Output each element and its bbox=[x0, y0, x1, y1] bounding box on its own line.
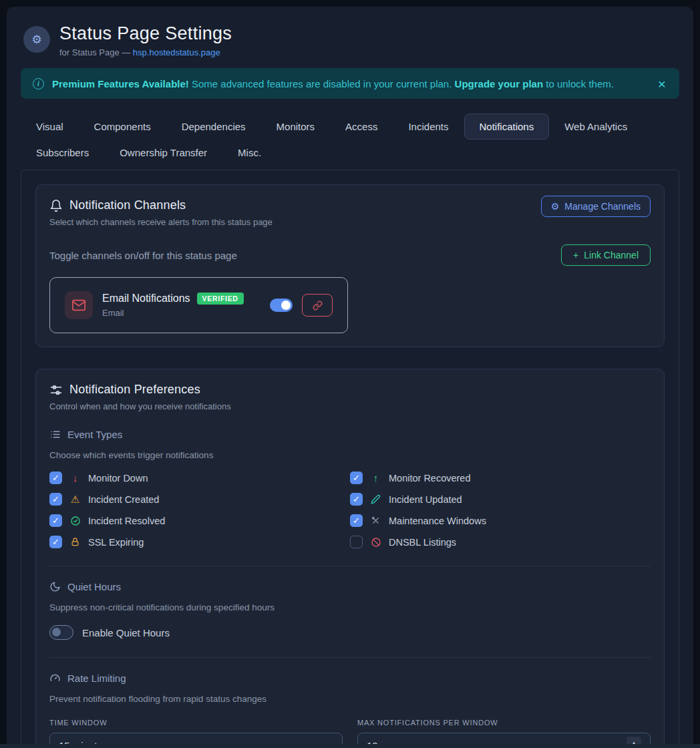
email-icon bbox=[65, 291, 93, 319]
upgrade-plan-link[interactable]: Upgrade your plan bbox=[455, 78, 544, 89]
divider bbox=[49, 566, 651, 566]
notification-preferences-card: Notification Preferences Control when an… bbox=[35, 369, 665, 748]
checkbox-checked[interactable]: ✓ bbox=[49, 493, 62, 506]
subtitle-text: for Status Page — bbox=[59, 47, 133, 57]
tab-visual[interactable]: Visual bbox=[21, 114, 79, 140]
banner-bold: Premium Features Available! bbox=[52, 78, 189, 89]
quiet-hours-toggle-label: Enable Quiet Hours bbox=[82, 627, 170, 638]
warning-icon: ⚠ bbox=[69, 494, 81, 506]
check-circle-icon bbox=[69, 516, 81, 526]
quiet-hours-toggle[interactable] bbox=[49, 625, 73, 640]
tab-dependencies[interactable]: Dependencies bbox=[166, 114, 261, 140]
list-icon bbox=[49, 429, 61, 440]
checkbox-checked[interactable]: ✓ bbox=[49, 514, 62, 527]
page-title: Status Page Settings bbox=[59, 23, 232, 44]
section-desc: Select which channels receive alerts fro… bbox=[49, 217, 651, 227]
plus-icon: + bbox=[573, 250, 578, 260]
tab-notifications[interactable]: Notifications bbox=[464, 114, 550, 140]
bell-icon bbox=[49, 199, 63, 212]
rate-limiting-heading: Rate Limiting bbox=[49, 673, 651, 684]
rate-limiting-desc: Prevent notification flooding from rapid… bbox=[49, 694, 651, 704]
max-notifications-label: MAX NOTIFICATIONS PER WINDOW bbox=[357, 719, 651, 727]
event-monitor-down[interactable]: ✓ ↓ Monitor Down bbox=[49, 472, 350, 484]
close-icon[interactable]: × bbox=[657, 77, 667, 91]
event-maintenance-windows[interactable]: ✓ Maintenance Windows bbox=[350, 514, 651, 527]
quiet-hours-desc: Suppress non-critical notifications duri… bbox=[49, 602, 651, 612]
settings-window: ⚙ Status Page Settings for Status Page —… bbox=[7, 7, 693, 748]
settings-tabs: Visual Components Dependencies Monitors … bbox=[21, 114, 679, 166]
event-monitor-recovered[interactable]: ✓ ↑ Monitor Recovered bbox=[350, 472, 651, 484]
time-window-label: TIME WINDOW bbox=[49, 719, 343, 727]
quiet-hours-heading: Quiet Hours bbox=[49, 581, 651, 592]
gauge-icon bbox=[49, 673, 61, 684]
tab-subscribers[interactable]: Subscribers bbox=[21, 140, 104, 166]
tab-ownership-transfer[interactable]: Ownership Transfer bbox=[104, 140, 222, 166]
event-types-grid: ✓ ↓ Monitor Down ✓ ↑ Monitor Recovered ✓… bbox=[49, 472, 651, 548]
section-title: Notification Preferences bbox=[69, 383, 200, 397]
manage-channels-button[interactable]: ⚙ Manage Channels bbox=[541, 196, 651, 217]
section-title: Notification Channels bbox=[69, 198, 186, 212]
tab-access[interactable]: Access bbox=[330, 114, 393, 140]
link-channel-button[interactable]: + Link Channel bbox=[561, 244, 651, 266]
unlink-channel-button[interactable] bbox=[302, 294, 333, 317]
event-incident-resolved[interactable]: ✓ Incident Resolved bbox=[49, 514, 350, 527]
checkbox-checked[interactable]: ✓ bbox=[49, 536, 62, 548]
page-header: ⚙ Status Page Settings for Status Page —… bbox=[21, 23, 679, 57]
gear-icon: ⚙ bbox=[551, 201, 560, 212]
moon-icon bbox=[49, 581, 61, 592]
tab-incidents[interactable]: Incidents bbox=[393, 114, 464, 140]
channel-name: Email Notifications bbox=[102, 293, 190, 305]
channel-type: Email bbox=[102, 308, 260, 318]
event-ssl-expiring[interactable]: ✓ SSL Expiring bbox=[49, 536, 350, 548]
no-entry-icon bbox=[370, 537, 381, 548]
event-dnsbl-listings[interactable]: DNSBL Listings bbox=[350, 536, 651, 548]
event-types-desc: Choose which events trigger notification… bbox=[49, 450, 651, 460]
pencil-icon bbox=[370, 494, 381, 504]
sliders-icon bbox=[49, 383, 63, 397]
event-incident-created[interactable]: ✓ ⚠ Incident Created bbox=[49, 493, 350, 506]
bottom-strip bbox=[0, 744, 700, 748]
email-channel-toggle[interactable] bbox=[270, 299, 293, 312]
notifications-panel: Notification Channels Select which chann… bbox=[21, 170, 679, 748]
checkbox-unchecked[interactable] bbox=[350, 536, 363, 548]
event-incident-updated[interactable]: ✓ Incident Updated bbox=[350, 493, 651, 506]
info-icon: i bbox=[33, 78, 44, 89]
arrow-up-icon: ↑ bbox=[370, 472, 381, 484]
checkbox-checked[interactable]: ✓ bbox=[350, 472, 363, 484]
tab-monitors[interactable]: Monitors bbox=[261, 114, 331, 140]
status-page-link[interactable]: hsp.hostedstatus.page bbox=[133, 47, 220, 57]
notification-channels-card: Notification Channels Select which chann… bbox=[35, 184, 665, 347]
gear-avatar: ⚙ bbox=[23, 26, 50, 53]
tab-components[interactable]: Components bbox=[79, 114, 166, 140]
divider bbox=[49, 657, 651, 658]
checkbox-checked[interactable]: ✓ bbox=[49, 472, 62, 484]
event-types-heading: Event Types bbox=[49, 429, 651, 440]
toggle-channels-hint: Toggle channels on/off for this status p… bbox=[49, 250, 237, 261]
verified-badge: VERIFIED bbox=[197, 293, 244, 305]
gear-icon: ⚙ bbox=[31, 33, 41, 47]
tab-web-analytics[interactable]: Web Analytics bbox=[549, 114, 643, 140]
page-subtitle: for Status Page — hsp.hostedstatus.page bbox=[59, 47, 232, 57]
checkbox-checked[interactable]: ✓ bbox=[350, 493, 363, 506]
banner-text: Premium Features Available! Some advance… bbox=[52, 78, 649, 89]
lock-icon bbox=[69, 537, 81, 547]
email-channel-card: Email Notifications VERIFIED Email bbox=[49, 277, 348, 333]
premium-banner: i Premium Features Available! Some advan… bbox=[21, 68, 679, 99]
checkbox-checked[interactable]: ✓ bbox=[350, 514, 363, 527]
chain-link-icon bbox=[313, 301, 323, 311]
arrow-down-icon: ↓ bbox=[69, 472, 81, 484]
section-desc: Control when and how you receive notific… bbox=[49, 401, 651, 411]
tab-misc[interactable]: Misc. bbox=[222, 140, 277, 166]
tools-icon bbox=[370, 516, 381, 526]
